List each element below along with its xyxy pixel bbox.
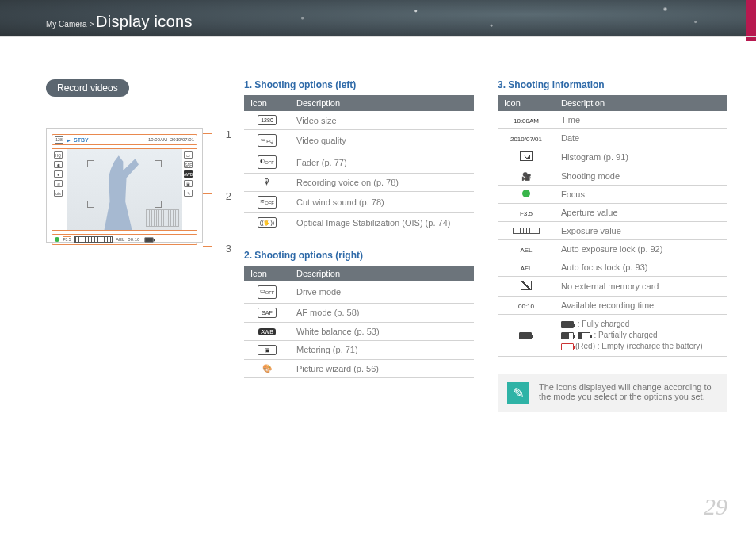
exposure-scale-icon <box>74 236 113 243</box>
cell-desc: Focus <box>555 186 727 204</box>
table-row: 🎙Recording voice on (p. 78) <box>244 173 474 191</box>
note-icon: ✎ <box>507 382 529 404</box>
column-middle: 1. Shooting options (left) Icon Descript… <box>244 79 474 412</box>
cell-desc: Histogram (p. 91) <box>555 147 727 167</box>
battery-empty-row: (Red) : Empty (recharge the battery) <box>561 341 721 352</box>
leader-line <box>203 246 212 247</box>
heading-shooting-info: 3. Shooting information <box>498 79 727 90</box>
th-icon: Icon <box>244 95 290 111</box>
table-shooting-left: Icon Description 1280Video size ▭HQVideo… <box>244 95 474 232</box>
note-box: ✎ The icons displayed will change accord… <box>498 374 727 412</box>
table-row: 2010/07/01Date <box>498 129 727 147</box>
th-icon: Icon <box>244 266 290 281</box>
header-divider <box>0 36 756 37</box>
aperture-icon: F3.5 <box>520 210 533 217</box>
column-right: 3. Shooting information Icon Description… <box>498 79 727 412</box>
no-card-icon <box>521 281 532 290</box>
table-row: ◐OFFFader (p. 77) <box>244 151 474 173</box>
heading-shooting-left: 1. Shooting options (left) <box>244 79 474 90</box>
callout-2: 2 <box>226 190 231 202</box>
table-row: : Fully charged : Partially charged (Red… <box>498 315 727 357</box>
ael-label: AEL <box>116 237 124 242</box>
battery-full-row: : Fully charged <box>561 319 721 330</box>
battery-partial-icon <box>578 332 590 339</box>
mic-icon: 🎙 <box>263 178 271 186</box>
table-row: AFLAuto focus lock (p. 93) <box>498 258 727 277</box>
focus-icon <box>522 190 530 197</box>
heading-shooting-right: 2. Shooting options (right) <box>244 250 474 261</box>
fader-icon: ◐ <box>54 161 63 168</box>
aperture-label: F3.5 <box>63 236 71 243</box>
leader-line <box>203 193 212 194</box>
fader-icon: ◐OFF <box>258 155 277 168</box>
table-row: ▭HQVideo quality <box>244 130 474 151</box>
lcd-preview <box>67 149 182 230</box>
wind-cut-icon: ≋OFF <box>258 196 277 209</box>
cell-desc: Video quality <box>290 130 474 151</box>
cell-desc: Shooting mode <box>555 167 727 186</box>
cell-desc: Auto focus lock (p. 93) <box>555 258 727 277</box>
quality-icon: HQ <box>54 151 63 159</box>
table-row: ▣Metering (p. 71) <box>244 340 474 359</box>
af-icon: SAF <box>184 161 193 168</box>
battery-icon <box>519 332 532 339</box>
battery-icon <box>145 237 154 242</box>
table-row: Histogram (p. 91) <box>498 147 727 167</box>
awb-icon: AWB <box>184 170 193 178</box>
ois-icon: ((🖐)) <box>258 217 277 228</box>
table-row: SAFAF mode (p. 58) <box>244 303 474 322</box>
cell-desc: Metering (p. 71) <box>290 340 474 359</box>
af-mode-icon: SAF <box>258 308 277 318</box>
table-row: F3.5Aperture value <box>498 204 727 222</box>
battery-empty-icon <box>561 343 574 350</box>
lcd-top-bar: 128 ▶ STBY 10:00AM 2010/07/01 <box>52 134 197 145</box>
callout-3: 3 <box>226 243 231 255</box>
table-row: 🎨Picture wizard (p. 56) <box>244 359 474 377</box>
column-left: Record videos 1 2 3 128 ▶ STBY 10:00AM 2… <box>46 79 220 412</box>
cell-desc: Recording voice on (p. 78) <box>290 173 474 191</box>
page-number: 29 <box>704 493 727 520</box>
battery-partial-icon <box>561 332 574 339</box>
cell-desc: Cut wind sound (p. 78) <box>290 191 474 212</box>
table-row: ((🖐))Optical Image Stabilization (OIS) (… <box>244 213 474 232</box>
lcd-screen: 128 ▶ STBY 10:00AM 2010/07/01 HQ ◐ ● ≋ o… <box>46 128 203 243</box>
focus-corner <box>87 160 94 167</box>
cell-desc: Date <box>555 129 727 147</box>
rec-time-label: 00:10 <box>128 237 139 242</box>
histogram-icon <box>520 151 533 161</box>
cell-desc: Fader (p. 77) <box>290 151 474 173</box>
video-size-icon: 128 <box>55 136 63 144</box>
histogram-icon <box>146 209 179 227</box>
cell-desc: Auto exposure lock (p. 92) <box>555 240 727 258</box>
callout-1: 1 <box>226 128 231 140</box>
drive-mode-icon: ▭OFF <box>258 285 277 298</box>
lcd-date: 2010/07/01 <box>170 137 194 142</box>
metering-icon: ▣ <box>258 345 277 355</box>
table-row: ▭OFFDrive mode <box>244 281 474 303</box>
battery-full-text: : Fully charged <box>575 320 629 328</box>
table-row: 🎥Shooting mode <box>498 167 727 186</box>
focus-corner <box>87 201 94 208</box>
date-icon: 2010/07/01 <box>510 136 542 143</box>
awb-icon: AWB <box>258 328 276 335</box>
th-desc: Description <box>555 95 727 111</box>
table-row: 10:00AMTime <box>498 111 727 129</box>
ael-icon: AEL <box>520 247 532 254</box>
lcd-body: HQ ◐ ● ≋ ois ▭ <box>52 148 197 231</box>
lcd-diagram: 1 2 3 128 ▶ STBY 10:00AM 2010/07/01 HQ <box>46 128 220 243</box>
table-row: ≋OFFCut wind sound (p. 78) <box>244 191 474 212</box>
cell-desc: No external memory card <box>555 277 727 297</box>
cell-desc: Drive mode <box>290 281 474 303</box>
breadcrumb: My Camera > Display icons <box>46 13 193 31</box>
drive-icon: ▭ <box>184 151 193 159</box>
afl-icon: AFL <box>521 265 533 272</box>
subject-silhouette <box>92 155 147 230</box>
cell-desc: Available recording time <box>555 297 727 315</box>
table-shooting-right: Icon Description ▭OFFDrive mode SAFAF mo… <box>244 266 474 377</box>
lcd-right-icons: ▭ SAF AWB ▣ ✎ <box>182 149 197 230</box>
video-size-icon: 1280 <box>258 115 277 125</box>
note-text: The icons displayed will change accordin… <box>539 382 718 401</box>
tab-marker <box>746 0 756 41</box>
table-row: AWBWhite balance (p. 53) <box>244 322 474 340</box>
header-banner: My Camera > Display icons <box>0 0 756 36</box>
